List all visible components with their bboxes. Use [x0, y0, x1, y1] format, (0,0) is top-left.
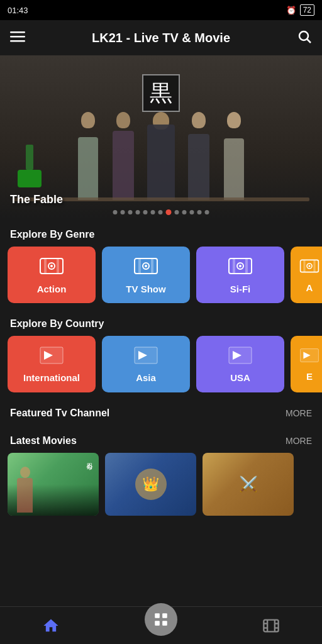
movies-scroll: 今日も 👑 ⚔️	[0, 453, 322, 523]
latest-movies-header: Latest Movies MORE	[0, 425, 322, 453]
genre-card-tvshow[interactable]: TV Show	[102, 247, 190, 303]
hero-persons	[0, 99, 322, 200]
genre-action-label: Action	[37, 284, 67, 294]
svg-point-3	[299, 31, 308, 40]
genre-section-header: Explore By Genre	[0, 219, 322, 247]
featured-tv-header: Featured Tv Channel MORE	[0, 397, 322, 425]
featured-tv-title: Featured Tv Channel	[10, 408, 109, 419]
nav-home[interactable]	[42, 617, 60, 635]
genre-section-title: Explore By Genre	[10, 229, 94, 240]
bottom-navigation	[0, 606, 322, 644]
app-title: LK21 - Live TV & Movie	[92, 31, 230, 45]
svg-rect-7	[57, 258, 59, 274]
latest-movies-title: Latest Movies	[10, 435, 77, 447]
genre-tvshow-label: TV Show	[126, 284, 165, 294]
flag-icon-international	[39, 346, 64, 367]
status-icons-area: ⏰ 72	[286, 4, 314, 16]
app-header: LK21 - Live TV & Movie	[0, 20, 322, 55]
country-scroll: International Asia USA E	[0, 336, 322, 397]
svg-rect-35	[155, 621, 160, 626]
country-card-usa[interactable]: USA	[196, 336, 284, 392]
svg-point-24	[308, 265, 310, 267]
country-usa-label: USA	[230, 372, 250, 383]
svg-rect-12	[151, 258, 153, 274]
movie-card-2[interactable]: 👑	[105, 453, 196, 516]
status-bar: 01:43 ⏰ 72	[0, 0, 322, 20]
battery-level: 72	[300, 4, 314, 16]
country-card-europe[interactable]: E	[291, 336, 322, 392]
search-icon[interactable]	[297, 29, 312, 47]
film-reel-icon-tv	[133, 256, 158, 279]
country-europe-label: E	[306, 371, 313, 382]
featured-tv-more[interactable]: MORE	[286, 408, 312, 418]
alarm-icon: ⏰	[286, 6, 296, 15]
menu-icon[interactable]	[10, 29, 25, 47]
flag-icon-europe	[299, 347, 319, 366]
genre-card-action[interactable]: Action	[8, 247, 96, 303]
latest-movies-more[interactable]: MORE	[286, 436, 312, 446]
film-reel-icon-anim	[299, 257, 319, 277]
country-card-asia[interactable]: Asia	[102, 336, 190, 392]
svg-rect-11	[138, 258, 141, 274]
genre-scroll: Action TV Show Si-Fi	[0, 247, 322, 308]
country-asia-label: Asia	[136, 372, 156, 383]
status-time-area: 01:43	[8, 6, 28, 15]
svg-rect-6	[44, 258, 47, 274]
svg-rect-34	[162, 613, 167, 618]
svg-line-4	[308, 40, 311, 43]
hero-banner: 黒	[0, 55, 322, 219]
svg-point-14	[145, 265, 147, 267]
svg-rect-1	[10, 36, 25, 38]
country-international-label: International	[23, 372, 80, 383]
status-time: 01:43	[8, 6, 28, 15]
movie-card-3[interactable]: ⚔️	[203, 453, 294, 516]
svg-rect-16	[233, 258, 235, 274]
svg-rect-22	[313, 260, 315, 272]
movie-card-1[interactable]: 今日も	[8, 453, 99, 516]
nav-play-button[interactable]	[145, 603, 177, 636]
svg-rect-37	[264, 619, 278, 631]
movie1-text: 今日も	[86, 458, 94, 466]
genre-card-animation[interactable]: A	[291, 247, 322, 303]
genre-scifi-label: Si-Fi	[230, 284, 251, 294]
svg-rect-33	[155, 613, 160, 618]
hero-dots	[113, 209, 209, 215]
svg-rect-0	[10, 31, 25, 33]
svg-rect-17	[245, 258, 248, 274]
genre-card-scifi[interactable]: Si-Fi	[196, 247, 284, 303]
hero-movie-title: The Fable	[10, 193, 63, 206]
svg-rect-36	[162, 621, 167, 626]
nav-film[interactable]	[262, 617, 280, 635]
country-card-international[interactable]: International	[8, 336, 96, 392]
flag-icon-asia	[133, 346, 158, 367]
film-reel-icon-scifi	[228, 256, 253, 279]
svg-rect-2	[10, 40, 25, 42]
film-reel-icon	[39, 256, 64, 279]
svg-rect-21	[303, 260, 305, 272]
country-section-title: Explore By Country	[10, 318, 104, 329]
flag-icon-usa	[228, 346, 253, 367]
svg-point-19	[239, 265, 242, 267]
genre-anim-label: A	[306, 282, 313, 293]
svg-point-9	[50, 265, 53, 267]
country-section-header: Explore By Country	[0, 308, 322, 336]
